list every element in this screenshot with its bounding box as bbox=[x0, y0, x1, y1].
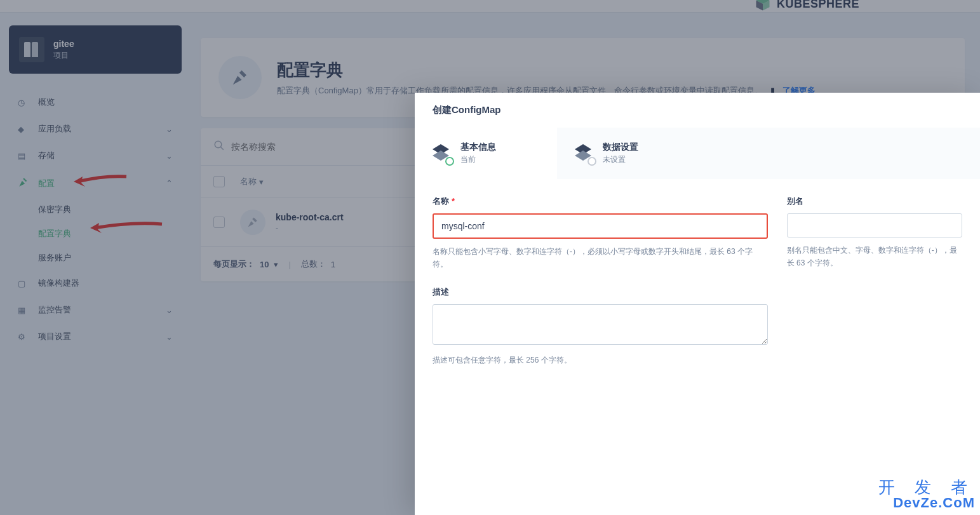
layers-icon bbox=[430, 143, 452, 164]
modal-title: 创建ConfigMap bbox=[415, 93, 980, 128]
wizard-steps: 基本信息 当前 数据设置 未设置 bbox=[415, 128, 980, 179]
desc-label: 描述 bbox=[433, 286, 768, 298]
step-sub: 未设置 bbox=[603, 154, 638, 165]
step-basic-info[interactable]: 基本信息 当前 bbox=[415, 128, 557, 179]
layers-icon bbox=[572, 143, 594, 164]
form-body: 名称* 名称只能包含小写字母、数字和连字符（-），必须以小写字母或数字开头和结尾… bbox=[415, 179, 980, 385]
alias-help: 别名只能包含中文、字母、数字和连字符（-），最长 63 个字符。 bbox=[787, 244, 962, 270]
alias-label: 别名 bbox=[787, 196, 962, 207]
alias-input[interactable] bbox=[787, 213, 962, 237]
step-sub: 当前 bbox=[460, 154, 496, 165]
step-title: 数据设置 bbox=[603, 142, 638, 153]
name-help: 名称只能包含小写字母、数字和连字符（-），必须以小写字母或数字开头和结尾，最长 … bbox=[433, 245, 768, 271]
step-data-settings[interactable]: 数据设置 未设置 bbox=[557, 128, 699, 179]
name-label: 名称* bbox=[433, 196, 768, 207]
step-title: 基本信息 bbox=[460, 142, 496, 153]
name-input[interactable] bbox=[433, 213, 768, 239]
create-configmap-modal: 创建ConfigMap 基本信息 当前 数据设置 未设置 名称* bbox=[415, 93, 980, 515]
desc-textarea[interactable] bbox=[433, 304, 768, 345]
desc-help: 描述可包含任意字符，最长 256 个字符。 bbox=[433, 354, 768, 366]
